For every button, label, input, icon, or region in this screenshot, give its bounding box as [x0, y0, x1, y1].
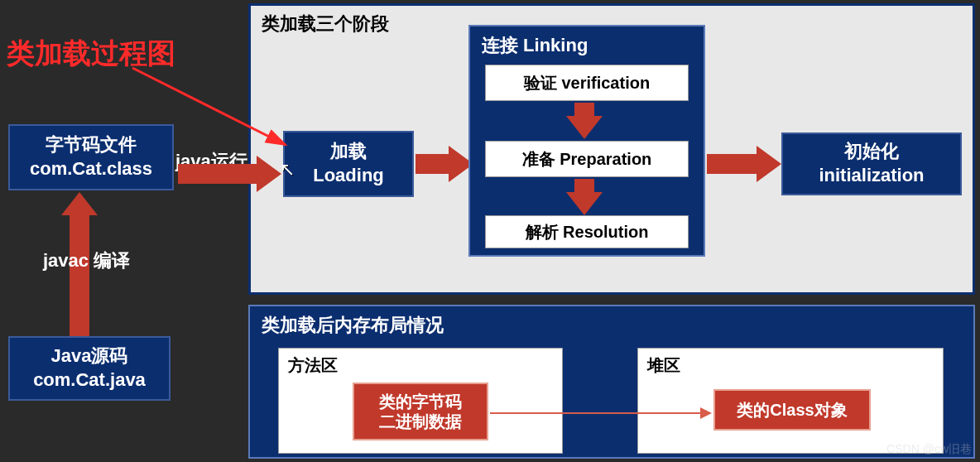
verification-box: 验证 verification: [485, 65, 689, 101]
java-source-line2: com.Cat.java: [33, 368, 146, 392]
heap-area-label: 堆区: [647, 354, 680, 377]
arrow-bytecode-to-classobj: [490, 412, 710, 414]
bytecode-file-box: 字节码文件 com.Cat.class: [8, 124, 174, 190]
diagram-title: 类加载过程图: [7, 35, 175, 73]
initialization-box: 初始化 initialization: [781, 132, 962, 195]
loading-line1: 加载: [330, 140, 367, 164]
java-source-box: Java源码 com.Cat.java: [8, 336, 171, 401]
resolution-box: 解析 Resolution: [485, 215, 689, 248]
class-object-label: 类的Class对象: [737, 400, 847, 420]
bytecode-data-box: 类的字节码 二进制数据: [353, 383, 488, 440]
bytecode-data-line1: 类的字节码: [379, 392, 462, 411]
cursor-icon: ↖: [280, 159, 295, 180]
init-line2: initialization: [819, 164, 924, 188]
loading-box: 加载 Loading: [283, 131, 414, 197]
init-line1: 初始化: [844, 140, 899, 164]
resolution-label: 解析 Resolution: [526, 221, 649, 243]
verification-label: 验证 verification: [524, 72, 650, 94]
java-source-line1: Java源码: [51, 344, 128, 368]
bytecode-line1: 字节码文件: [46, 133, 137, 157]
memory-panel-title: 类加载后内存布局情况: [262, 313, 444, 338]
loading-line2: Loading: [313, 164, 384, 188]
compile-label: javac 编译: [43, 248, 130, 273]
bytecode-data-line2: 二进制数据: [379, 411, 462, 431]
linking-title: 连接 Linking: [482, 33, 588, 58]
preparation-box: 准备 Preparation: [485, 141, 689, 177]
watermark: CSDN @cw旧巷: [886, 442, 972, 457]
preparation-label: 准备 Preparation: [522, 148, 652, 171]
class-object-box: 类的Class对象: [713, 389, 871, 431]
bytecode-line2: com.Cat.class: [30, 157, 152, 181]
method-area-label: 方法区: [288, 354, 338, 377]
stages-panel-title: 类加载三个阶段: [262, 12, 389, 36]
